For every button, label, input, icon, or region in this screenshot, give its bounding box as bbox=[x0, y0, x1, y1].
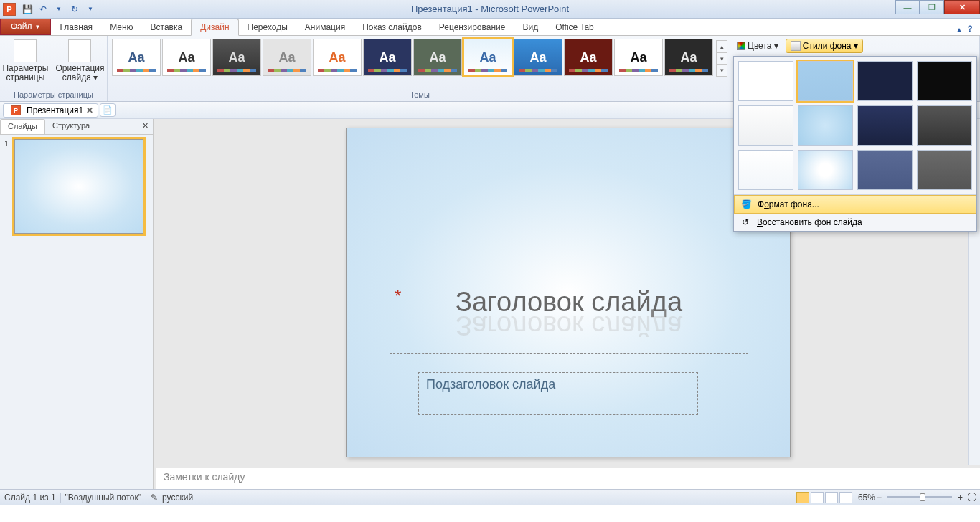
notes-pane[interactable]: Заметки к слайду bbox=[156, 468, 980, 489]
theme-thumb-9[interactable]: Aa bbox=[564, 39, 613, 76]
fit-to-window-button[interactable]: ⛶ bbox=[967, 493, 976, 503]
background-style-11[interactable] bbox=[917, 150, 972, 190]
tab-slideshow[interactable]: Показ слайдов bbox=[354, 19, 430, 35]
background-styles-button[interactable]: Стили фона ▾ bbox=[786, 39, 863, 53]
slide-thumbnail[interactable]: 1 bbox=[4, 139, 149, 234]
slide-number: 1 bbox=[4, 139, 11, 234]
theme-thumb-1[interactable]: Aa bbox=[162, 39, 211, 76]
pane-close-icon[interactable]: ✕ bbox=[138, 119, 153, 134]
theme-thumb-5[interactable]: Aa bbox=[363, 39, 412, 76]
tab-insert[interactable]: Вставка bbox=[142, 19, 192, 35]
left-pane: Слайды Структура ✕ 1 bbox=[0, 119, 154, 489]
theme-thumb-4[interactable]: Aa bbox=[313, 39, 362, 76]
tab-home[interactable]: Главная bbox=[51, 19, 101, 35]
pane-tabs: Слайды Структура ✕ bbox=[0, 119, 153, 135]
subtitle-placeholder[interactable]: Подзаголовок слайда bbox=[418, 372, 698, 415]
theme-thumb-2[interactable]: Aa bbox=[212, 39, 261, 76]
page-setup-button[interactable]: Параметрыстраницы bbox=[0, 37, 51, 88]
format-background-item[interactable]: 🪣 Формат фона... bbox=[734, 195, 976, 214]
placeholder-marker-icon: * bbox=[395, 286, 401, 306]
tab-design[interactable]: Дизайн bbox=[191, 19, 238, 36]
quick-access-toolbar: 💾 ↶ ▼ ↻ ▼ bbox=[20, 2, 98, 16]
pane-tab-outline[interactable]: Структура bbox=[45, 119, 97, 134]
format-background-icon: 🪣 bbox=[740, 199, 752, 210]
background-style-1[interactable] bbox=[798, 61, 853, 101]
status-slide-position: Слайд 1 из 1 bbox=[4, 493, 56, 503]
background-styles-icon bbox=[791, 41, 801, 51]
popup-menu: 🪣 Формат фона... ↺ Восстановить фон слай… bbox=[734, 194, 976, 231]
theme-gallery-more[interactable]: ▴▾▾ bbox=[716, 40, 727, 77]
group-themes: AaAaAaAaAaAaAaAaAaAaAaAa▴▾▾ Темы bbox=[108, 36, 732, 101]
background-style-0[interactable] bbox=[738, 61, 793, 101]
qat-customize-icon[interactable]: ▼ bbox=[83, 2, 98, 16]
theme-thumb-6[interactable]: Aa bbox=[413, 39, 462, 76]
reset-background-item[interactable]: ↺ Восстановить фон слайда bbox=[734, 214, 976, 231]
title-placeholder[interactable]: * Заголовок слайда Заголовок слайда bbox=[390, 283, 748, 354]
zoom-out-button[interactable]: − bbox=[877, 493, 882, 503]
theme-thumb-11[interactable]: Aa bbox=[664, 39, 713, 76]
view-normal-button[interactable] bbox=[796, 492, 809, 503]
tab-animation[interactable]: Анимация bbox=[296, 19, 354, 35]
view-reading-button[interactable] bbox=[825, 492, 838, 503]
tab-view[interactable]: Вид bbox=[514, 19, 547, 35]
ribbon-collapse-icon[interactable]: ▴ bbox=[957, 24, 961, 34]
tab-review[interactable]: Рецензирование bbox=[430, 19, 514, 35]
document-tab-close-icon[interactable]: ✕ bbox=[86, 105, 93, 115]
background-styles-popup: 🪣 Формат фона... ↺ Восстановить фон слай… bbox=[733, 56, 977, 232]
theme-thumb-8[interactable]: Aa bbox=[514, 39, 562, 76]
colors-dropdown[interactable]: Цвета ▾ bbox=[737, 41, 778, 51]
background-style-2[interactable] bbox=[857, 61, 913, 101]
theme-thumb-3[interactable]: Aa bbox=[263, 39, 311, 76]
view-slideshow-button[interactable] bbox=[839, 492, 852, 503]
slide-thumb-image bbox=[14, 139, 143, 234]
theme-thumb-0[interactable]: Aa bbox=[112, 39, 161, 76]
spellcheck-icon[interactable]: ✎ bbox=[151, 493, 158, 503]
window-controls: — ❐ ✕ bbox=[895, 0, 980, 14]
background-style-6[interactable] bbox=[857, 105, 913, 146]
redo-icon[interactable]: ↻ bbox=[67, 2, 82, 16]
tab-office[interactable]: Office Tab bbox=[547, 19, 603, 35]
zoom-slider[interactable] bbox=[887, 496, 952, 498]
file-tab[interactable]: Файл▼ bbox=[0, 18, 51, 35]
help-icon[interactable]: ？ bbox=[966, 23, 974, 35]
title-bar: P 💾 ↶ ▼ ↻ ▼ Презентация1 - Microsoft Pow… bbox=[0, 0, 980, 19]
background-style-8[interactable] bbox=[738, 150, 793, 190]
group-label-page-setup: Параметры страницы bbox=[3, 88, 104, 101]
theme-thumb-10[interactable]: Aa bbox=[614, 39, 663, 76]
close-button[interactable]: ✕ bbox=[944, 0, 980, 14]
zoom-level[interactable]: 65% bbox=[858, 493, 875, 503]
background-style-7[interactable] bbox=[917, 105, 972, 146]
slide[interactable]: * Заголовок слайда Заголовок слайда Подз… bbox=[346, 128, 791, 457]
tab-menu[interactable]: Меню bbox=[101, 19, 141, 35]
theme-thumb-7[interactable]: Aa bbox=[463, 39, 512, 76]
new-document-tab[interactable]: 📄 bbox=[100, 103, 116, 117]
view-sorter-button[interactable] bbox=[811, 492, 824, 503]
document-tab[interactable]: P Презентация1 ✕ bbox=[3, 103, 98, 118]
status-theme: "Воздушный поток" bbox=[65, 493, 141, 503]
slide-orientation-button[interactable]: Ориентацияслайда ▾ bbox=[52, 37, 107, 88]
save-icon[interactable]: 💾 bbox=[20, 2, 34, 16]
status-bar: Слайд 1 из 1 "Воздушный поток" ✎ русский… bbox=[0, 489, 980, 505]
background-style-10[interactable] bbox=[857, 150, 913, 190]
undo-icon[interactable]: ↶ bbox=[36, 2, 50, 16]
pane-tab-slides[interactable]: Слайды bbox=[0, 119, 45, 134]
background-style-5[interactable] bbox=[798, 105, 853, 146]
maximize-button[interactable]: ❐ bbox=[920, 0, 944, 14]
background-style-4[interactable] bbox=[738, 105, 793, 146]
window-title: Презентация1 - Microsoft PowerPoint bbox=[411, 4, 569, 14]
tab-transitions[interactable]: Переходы bbox=[239, 19, 296, 35]
zoom-in-button[interactable]: + bbox=[958, 493, 963, 503]
page-setup-icon bbox=[14, 39, 37, 62]
reset-background-icon: ↺ bbox=[740, 217, 751, 228]
background-style-3[interactable] bbox=[917, 61, 972, 101]
app-icon: P bbox=[3, 3, 16, 16]
group-label-themes: Темы bbox=[110, 88, 729, 101]
group-page-setup: Параметрыстраницы Ориентацияслайда ▾ Пар… bbox=[0, 36, 108, 101]
ribbon-tabs: Файл▼ Главная Меню Вставка Дизайн Перехо… bbox=[0, 19, 980, 36]
status-language[interactable]: русский bbox=[162, 493, 193, 503]
orientation-icon bbox=[68, 39, 91, 62]
undo-more-icon[interactable]: ▼ bbox=[52, 2, 66, 16]
themes-gallery: AaAaAaAaAaAaAaAaAaAaAaAa▴▾▾ bbox=[110, 37, 729, 88]
minimize-button[interactable]: — bbox=[895, 0, 920, 14]
background-style-9[interactable] bbox=[798, 150, 853, 190]
